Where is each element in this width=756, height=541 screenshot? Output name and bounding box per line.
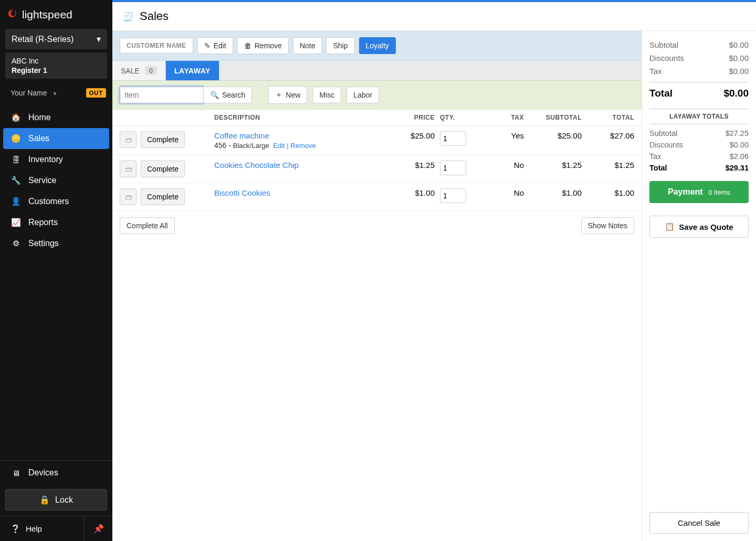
- wrench-icon: 🔧: [10, 176, 21, 185]
- archive-button[interactable]: 🗃: [120, 188, 136, 205]
- lock-icon: 🔒: [39, 495, 50, 505]
- search-button[interactable]: 🔍Search: [203, 87, 252, 103]
- register-box[interactable]: ABC Inc Register 1: [5, 52, 107, 79]
- register-name: Register 1: [12, 66, 101, 75]
- col-price: PRICE: [387, 114, 435, 121]
- user-row[interactable]: Your Name ▼ OUT: [0, 83, 112, 105]
- qty-input[interactable]: [440, 188, 466, 203]
- product-link[interactable]: Biscotti Cookies: [214, 188, 387, 197]
- lay-total-label: Total: [649, 164, 667, 172]
- payment-label: Payment: [668, 187, 703, 196]
- out-badge[interactable]: OUT: [86, 88, 106, 98]
- lay-total-value: $29.31: [726, 164, 749, 172]
- misc-button[interactable]: Misc: [312, 87, 341, 103]
- cell-subtotal: $25.00: [524, 131, 582, 140]
- coins-icon: 🪙: [10, 134, 21, 143]
- quote-label: Save as Quote: [679, 222, 733, 231]
- cell-total: $27.06: [582, 131, 634, 140]
- nav-customers[interactable]: 👤Customers: [0, 191, 112, 212]
- cancel-sale-button[interactable]: Cancel Sale: [649, 512, 749, 534]
- nav-sales[interactable]: 🪙Sales: [3, 128, 109, 149]
- nav-label: Settings: [28, 239, 59, 248]
- nav-home[interactable]: 🏠Home: [0, 107, 112, 128]
- archive-icon: 🗃: [125, 165, 132, 173]
- note-button[interactable]: Note: [293, 37, 322, 54]
- item-search-row: 🔍Search ＋New Misc Labor: [112, 81, 642, 110]
- gear-icon: ⚙: [10, 239, 21, 248]
- archive-button[interactable]: 🗃: [120, 161, 136, 177]
- col-tax: TAX: [471, 114, 524, 121]
- sidebar-bottom: 🖥Devices 🔒Lock ❔Help 📌: [0, 460, 112, 541]
- payment-button[interactable]: Payment 0 items: [649, 181, 749, 203]
- trash-icon: 🗑: [244, 41, 251, 50]
- nav-inventory[interactable]: 🗄Inventory: [0, 149, 112, 170]
- total-value: $0.00: [723, 88, 749, 99]
- series-label: Retail (R-Series): [12, 35, 74, 44]
- sale-toolbar: CUSTOMER NAME ✎Edit 🗑Remove Note Ship Lo…: [112, 31, 642, 61]
- layaway-heading: LAYAWAY TOTALS: [649, 109, 749, 124]
- archive-icon: 🗃: [125, 136, 132, 144]
- remove-button[interactable]: 🗑Remove: [237, 37, 289, 54]
- line-edit-link[interactable]: Edit: [273, 142, 285, 150]
- btn-label: Remove: [255, 41, 282, 50]
- user-name: Your Name: [10, 89, 47, 97]
- tab-sale[interactable]: SALE 0: [112, 61, 166, 80]
- monitor-icon: 🖥: [10, 469, 21, 478]
- loyalty-button[interactable]: Loyalty: [359, 37, 396, 54]
- customer-name-button[interactable]: CUSTOMER NAME: [120, 38, 193, 54]
- total-label: Total: [649, 88, 673, 99]
- cell-subtotal: $1.25: [524, 161, 582, 169]
- product-link[interactable]: Coffee machine: [214, 131, 387, 140]
- col-qty: QTY.: [435, 114, 471, 121]
- home-icon: 🏠: [10, 113, 21, 122]
- company-name: ABC Inc: [12, 57, 101, 65]
- nav-service[interactable]: 🔧Service: [0, 170, 112, 191]
- help-button[interactable]: ❔Help: [0, 524, 84, 534]
- complete-all-button[interactable]: Complete All: [120, 217, 175, 234]
- tab-layaway[interactable]: LAYAWAY: [166, 61, 219, 80]
- line-item-row: 🗃 Complete Coffee machine 456 - Black/La…: [112, 126, 642, 155]
- nav-label: Devices: [28, 468, 58, 478]
- archive-button[interactable]: 🗃: [120, 131, 136, 148]
- complete-button[interactable]: Complete: [141, 161, 185, 177]
- subtotal-label: Subtotal: [649, 40, 678, 49]
- show-notes-button[interactable]: Show Notes: [581, 217, 634, 234]
- labor-button[interactable]: Labor: [346, 87, 379, 103]
- qty-input[interactable]: [440, 131, 466, 146]
- lock-button[interactable]: 🔒Lock: [5, 489, 107, 511]
- new-button[interactable]: ＋New: [268, 86, 307, 104]
- qty-input[interactable]: [440, 161, 466, 175]
- lay-tax-label: Tax: [649, 152, 662, 161]
- save-quote-button[interactable]: 📋 Save as Quote: [649, 216, 749, 238]
- cell-price: $1.25: [387, 161, 435, 169]
- archive-icon: 🗃: [125, 193, 132, 201]
- complete-button[interactable]: Complete: [141, 188, 185, 205]
- series-select[interactable]: Retail (R-Series) ▾: [5, 29, 107, 49]
- col-subtotal: SUBTOTAL: [524, 114, 582, 121]
- nav-reports[interactable]: 📈Reports: [0, 212, 112, 233]
- product-sku: 456: [214, 141, 226, 150]
- lay-subtotal-value: $27.25: [726, 129, 749, 137]
- lay-discounts-value: $0.00: [730, 141, 749, 149]
- pin-button[interactable]: 📌: [84, 516, 112, 542]
- discounts-value: $0.00: [729, 54, 749, 62]
- plus-icon: ＋: [275, 90, 282, 100]
- product-link[interactable]: Cookies Chocolate Chip: [214, 161, 387, 169]
- cell-subtotal: $1.00: [524, 188, 582, 197]
- edit-button[interactable]: ✎Edit: [197, 37, 233, 54]
- brand-name: lightspeed: [22, 8, 72, 21]
- nav-label: Reports: [28, 218, 58, 227]
- nav-label: Inventory: [28, 155, 63, 164]
- nav-settings[interactable]: ⚙Settings: [0, 233, 112, 254]
- flame-icon: [7, 7, 19, 22]
- line-remove-link[interactable]: Remove: [290, 142, 316, 150]
- item-input[interactable]: [120, 87, 204, 103]
- titlebar: 🧾 Sales: [112, 2, 756, 31]
- nav-devices[interactable]: 🖥Devices: [0, 461, 112, 485]
- tax-label: Tax: [649, 67, 662, 76]
- search-icon: 🔍: [210, 91, 219, 99]
- discounts-label: Discounts: [649, 54, 684, 62]
- ship-button[interactable]: Ship: [326, 37, 354, 54]
- line-items-header: DESCRIPTION PRICE QTY. TAX SUBTOTAL TOTA…: [112, 110, 642, 126]
- complete-button[interactable]: Complete: [141, 131, 185, 148]
